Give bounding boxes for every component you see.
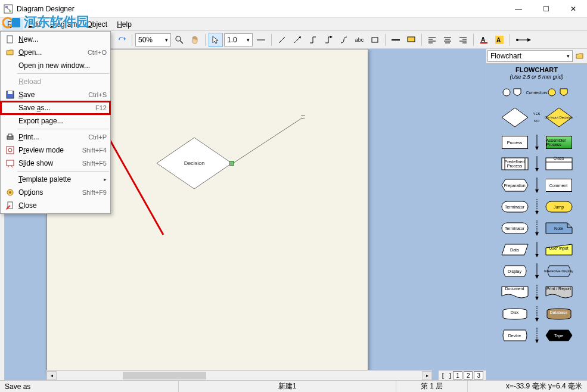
fill-color-button[interactable] — [404, 33, 418, 47]
svg-rect-11 — [372, 38, 378, 42]
arrow-tool-button[interactable] — [290, 33, 305, 47]
menu-help[interactable]: Help — [112, 19, 136, 30]
curve-tool-button[interactable] — [337, 33, 351, 47]
palette-database[interactable]: Database — [544, 305, 574, 323]
svg-point-35 — [548, 89, 555, 96]
text-bg-button[interactable]: A — [492, 33, 507, 47]
page-tab-3[interactable]: 3 — [474, 371, 483, 379]
palette-preparation[interactable]: Preparation — [500, 176, 530, 194]
minimize-button[interactable]: — — [505, 0, 532, 18]
svg-rect-70 — [7, 160, 14, 166]
line-width-select[interactable]: 1.0 — [224, 33, 253, 46]
palette-title: FLOWCHART — [489, 66, 585, 73]
palette-open-button[interactable] — [574, 50, 586, 62]
connector-line[interactable] — [233, 116, 305, 165]
menu-save-as[interactable]: Save as...F12 — [1, 101, 110, 114]
decision-shape[interactable]: Decision — [156, 136, 233, 190]
svg-rect-63 — [7, 36, 13, 43]
palette-terminator[interactable]: Terminator — [500, 198, 530, 216]
align-center-button[interactable] — [440, 33, 455, 47]
menu-options[interactable]: OptionsShift+F9 — [1, 186, 110, 199]
align-left-button[interactable] — [425, 33, 439, 47]
linestyle-button[interactable] — [254, 33, 268, 47]
menu-open[interactable]: Open...Ctrl+O — [1, 46, 110, 59]
maximize-button[interactable]: ☐ — [532, 0, 560, 18]
window-title: Diagram Designer — [17, 5, 505, 13]
menu-save[interactable]: SaveCtrl+S — [1, 88, 110, 101]
status-doc: 新建1 — [179, 381, 396, 392]
line-endpoint-handle[interactable] — [302, 115, 305, 119]
palette-select[interactable]: Flowchart — [487, 50, 573, 62]
palette-oninput-decision[interactable]: On-Input Decision — [544, 105, 574, 130]
menu-new[interactable]: New... — [1, 33, 110, 46]
palette-decision[interactable] — [500, 105, 530, 130]
palette-user-input[interactable]: User Input — [544, 241, 574, 259]
status-layer: 第 1 层 — [396, 381, 468, 392]
menu-open-new-window[interactable]: Open in new window... — [1, 59, 110, 72]
palette-predefined-process[interactable]: Predefined Process — [500, 155, 530, 173]
menu-diagram[interactable]: Diagram — [45, 19, 82, 30]
scroll-right-button[interactable]: ▸ — [422, 371, 432, 380]
svg-line-3 — [7, 8, 10, 10]
palette-terminator2[interactable]: Terminator — [500, 219, 530, 237]
palette-note[interactable]: Note — [544, 219, 574, 237]
palette-print[interactable]: Print / Report — [544, 284, 574, 301]
menu-file[interactable]: File — [2, 19, 23, 30]
palette-comment[interactable]: Comment — [544, 176, 574, 194]
horizontal-scrollbar[interactable]: ◂ ▸ — [46, 370, 432, 380]
statusbar: Save as 新建1 第 1 层 x=-33.9 毫米 y=6.4 毫米 — [0, 380, 587, 392]
menu-preview-mode[interactable]: Preview modeShift+F4 — [1, 144, 110, 157]
palette-class[interactable]: Class — [544, 155, 574, 173]
palette-subtitle: (Use 2.5 or 5 mm grid) — [489, 74, 585, 80]
svg-rect-2 — [9, 10, 11, 12]
scroll-thumb[interactable] — [123, 372, 206, 379]
pointer-tool-button[interactable] — [209, 33, 223, 47]
palette-tape[interactable]: Tape — [544, 326, 574, 344]
links-button[interactable] — [513, 33, 533, 47]
palette-disk[interactable]: Disk — [500, 305, 530, 323]
page-tab-2[interactable]: 2 — [464, 371, 473, 379]
svg-rect-1 — [5, 6, 8, 8]
line-color-button[interactable] — [389, 33, 403, 47]
palette-assembler-process[interactable]: Assembler Process — [544, 133, 574, 151]
align-right-button[interactable] — [456, 33, 470, 47]
scroll-left-button[interactable]: ◂ — [46, 371, 57, 380]
page-tab-1[interactable]: 1 — [453, 371, 462, 379]
menu-close[interactable]: Close — [1, 199, 110, 212]
palette-device[interactable]: Device — [500, 326, 530, 344]
palette-interactive-display[interactable]: Interactive Display — [544, 262, 574, 280]
svg-rect-67 — [8, 134, 12, 136]
rect-tool-button[interactable] — [368, 33, 382, 47]
connector1-tool-button[interactable] — [306, 33, 320, 47]
palette-connector-end[interactable] — [544, 83, 574, 101]
menu-edit[interactable]: Edit — [23, 19, 45, 30]
palette-jump[interactable]: Jump — [544, 198, 574, 216]
svg-text:A: A — [496, 37, 501, 43]
svg-point-34 — [503, 89, 510, 96]
close-button[interactable]: ✕ — [560, 0, 587, 18]
zoom-tool-button[interactable] — [172, 33, 187, 47]
palette-body[interactable]: FLOWCHART (Use 2.5 or 5 mm grid) Connect… — [486, 64, 587, 380]
menu-template-palette[interactable]: Template palette▸ — [1, 173, 110, 186]
palette-data[interactable]: Data — [500, 241, 530, 259]
hand-tool-button[interactable] — [188, 33, 202, 47]
palette-process[interactable]: Process — [500, 133, 530, 151]
redo-button[interactable] — [114, 33, 129, 47]
palette-connector-start[interactable] — [500, 83, 530, 101]
menu-export-page[interactable]: Export page... — [1, 114, 110, 127]
menu-slide-show[interactable]: Slide showShift+F5 — [1, 157, 110, 170]
svg-line-33 — [233, 118, 302, 163]
template-palette: Flowchart FLOWCHART (Use 2.5 or 5 mm gri… — [486, 49, 587, 380]
line-tool-button[interactable] — [275, 33, 289, 47]
menu-reload: Reload — [1, 75, 110, 88]
zoom-select[interactable]: 50% — [135, 33, 171, 46]
palette-document[interactable]: Document — [500, 284, 530, 301]
svg-marker-36 — [502, 108, 528, 127]
menu-print[interactable]: Print...Ctrl+P — [1, 130, 110, 144]
text-tool-button[interactable]: abc — [352, 33, 367, 47]
connector2-tool-button[interactable] — [321, 33, 336, 47]
menu-object[interactable]: Object — [82, 19, 112, 30]
palette-display[interactable]: Display — [500, 262, 530, 280]
text-color-button[interactable]: A — [477, 33, 491, 47]
svg-rect-27 — [480, 42, 487, 43]
